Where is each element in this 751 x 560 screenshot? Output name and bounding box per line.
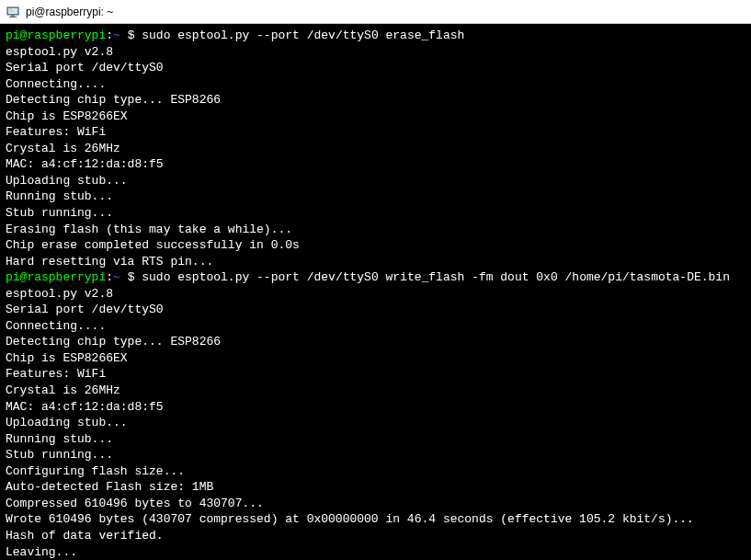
output-line: Detecting chip type... ESP8266 [6, 92, 745, 109]
output-line: Connecting.... [6, 318, 745, 335]
svg-rect-3 [9, 17, 17, 17]
output-line: Leaving... [6, 544, 745, 561]
output-line: Chip is ESP8266EX [6, 109, 745, 125]
output-line: Detecting chip type... ESP8266 [6, 334, 745, 350]
output-line: Serial port /dev/ttyS0 [6, 302, 745, 318]
output-line: Serial port /dev/ttyS0 [6, 60, 745, 76]
output-line: Erasing flash (this may take a while)... [6, 222, 745, 238]
output-line: Stub running... [6, 447, 745, 463]
output-line: Uploading stub... [6, 415, 745, 431]
output-line: Wrote 610496 bytes (430707 compressed) a… [6, 511, 745, 528]
output-line: Features: WiFi [6, 124, 745, 141]
output-line: Running stub... [6, 431, 745, 448]
output-line: Connecting.... [6, 76, 745, 93]
terminal-content[interactable]: pi@raspberrypi:~ $ sudo esptool.py --por… [0, 24, 751, 560]
command-1: sudo esptool.py --port /dev/ttyS0 erase_… [142, 29, 464, 42]
putty-icon [6, 5, 20, 19]
output-line: MAC: a4:cf:12:da:d8:f5 [6, 399, 745, 416]
title-bar[interactable]: pi@raspberrypi: ~ [0, 0, 751, 24]
output-line: esptool.py v2.8 [6, 286, 745, 303]
svg-rect-2 [11, 15, 15, 17]
output-line: Auto-detected Flash size: 1MB [6, 479, 745, 496]
output-line: Chip is ESP8266EX [6, 350, 745, 367]
output-line: Configuring flash size... [6, 463, 745, 480]
output-line: Crystal is 26MHz [6, 383, 745, 399]
output-line: Hash of data verified. [6, 528, 745, 544]
terminal-window: pi@raspberrypi: ~ pi@raspberrypi:~ $ sud… [0, 0, 751, 560]
window-title: pi@raspberrypi: ~ [26, 6, 113, 18]
output-line: Compressed 610496 bytes to 430707... [6, 496, 745, 512]
output-line: Chip erase completed successfully in 0.0… [6, 237, 745, 254]
output-line: esptool.py v2.8 [6, 44, 745, 61]
command-2: sudo esptool.py --port /dev/ttyS0 write_… [142, 270, 730, 284]
output-line: Features: WiFi [6, 366, 745, 383]
output-line: Crystal is 26MHz [6, 141, 745, 157]
output-line: Uploading stub... [6, 173, 745, 189]
prompt-line-2: pi@raspberrypi:~ $ sudo esptool.py --por… [6, 269, 745, 286]
output-line: Hard resetting via RTS pin... [6, 254, 745, 270]
output-line: Stub running... [6, 205, 745, 222]
output-line: Running stub... [6, 189, 745, 205]
prompt-line-1: pi@raspberrypi:~ $ sudo esptool.py --por… [6, 28, 745, 44]
output-line: MAC: a4:cf:12:da:d8:f5 [6, 156, 745, 173]
